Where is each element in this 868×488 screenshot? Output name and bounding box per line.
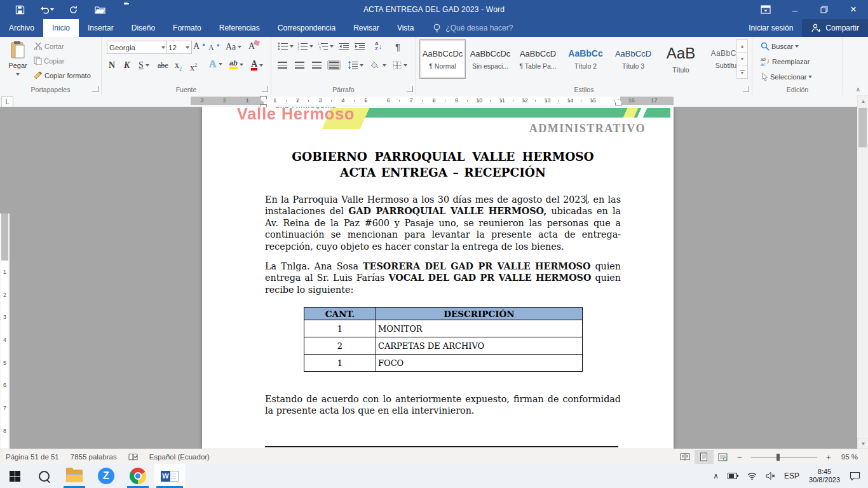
cut-button[interactable]: Cortar (32, 41, 66, 51)
justify-button[interactable] (327, 60, 341, 70)
bold-button[interactable]: N (107, 60, 117, 71)
find-button[interactable]: Buscar (759, 41, 801, 52)
clear-formatting-button[interactable]: A (247, 41, 257, 52)
style-titulo-2[interactable]: AaBbCcTítulo 2 (562, 39, 609, 79)
change-case-button[interactable]: Aa (224, 41, 243, 53)
align-right-button[interactable] (310, 60, 323, 70)
styles-gallery-more[interactable]: ▼ (737, 65, 747, 78)
taskbar-word-active[interactable]: W (154, 464, 186, 488)
style-table-paragraph[interactable]: AaBbCcD¶ Table Pa... (515, 39, 561, 79)
replace-button[interactable]: abac Reemplazar (759, 56, 811, 67)
select-button[interactable]: Seleccionar (759, 71, 814, 83)
show-marks-button[interactable]: ¶ (393, 40, 402, 53)
input-language-indicator[interactable]: ESP (780, 471, 804, 480)
document-page[interactable]: GAD PARROQUIAL Valle Hermoso ADMINISTRAT… (202, 107, 674, 449)
tell-me-box[interactable]: ¿Qué desea hacer? (433, 19, 513, 37)
battery-icon[interactable] (723, 473, 743, 479)
shading-button[interactable] (368, 60, 388, 71)
subscript-button[interactable]: x2 (173, 60, 184, 75)
tray-show-hidden-icons[interactable]: ∧ (709, 471, 723, 480)
styles-dialog-launcher[interactable] (743, 86, 749, 92)
paragraph-dialog-launcher[interactable] (407, 86, 413, 92)
paste-button[interactable]: Pegar (4, 39, 32, 79)
action-center-button[interactable] (845, 471, 868, 480)
highlight-button[interactable]: ab (227, 58, 245, 71)
taskbar-chrome[interactable] (122, 464, 154, 488)
scroll-up-arrow[interactable]: ▲ (857, 95, 868, 107)
font-size-combo[interactable]: 12 (166, 41, 192, 54)
start-button[interactable] (0, 464, 29, 488)
clock[interactable]: 8:45 30/8/2023 (804, 468, 845, 484)
word-count[interactable]: 7855 palabras (65, 449, 123, 464)
tab-vista[interactable]: Vista (388, 19, 423, 37)
tab-insertar[interactable]: Insertar (79, 19, 123, 37)
clipboard-dialog-launcher[interactable] (92, 86, 98, 92)
proofing-status[interactable] (123, 449, 144, 464)
text-effects-button[interactable]: A (207, 58, 224, 70)
tab-stop-selector[interactable]: L (1, 96, 13, 107)
zoom-slider[interactable] (751, 457, 817, 458)
zoom-in-button[interactable]: + (822, 450, 836, 464)
tab-revisar[interactable]: Revisar (344, 19, 388, 37)
font-name-combo[interactable]: Georgia (107, 41, 168, 54)
grow-font-button[interactable]: A▲ (191, 41, 208, 52)
read-mode-button[interactable] (675, 450, 695, 464)
bullets-button[interactable] (276, 41, 295, 51)
scrollbar-thumb[interactable] (858, 108, 867, 147)
tab-diseno[interactable]: Diseño (123, 19, 164, 37)
format-painter-button[interactable]: Copiar formato (32, 70, 93, 81)
strikethrough-button[interactable]: abc (156, 60, 170, 71)
numbering-button[interactable]: 123 (295, 41, 315, 51)
undo-button[interactable] (33, 0, 60, 19)
align-left-button[interactable] (276, 60, 289, 70)
align-center-button[interactable] (293, 60, 306, 70)
taskbar-zoom-app[interactable]: Z (90, 464, 122, 488)
zoom-out-button[interactable]: − (733, 450, 747, 464)
tab-correspondencia[interactable]: Correspondencia (269, 19, 344, 37)
style-sin-espaciado[interactable]: AaBbCcDcSin espaci... (467, 39, 513, 79)
italic-button[interactable]: K (122, 60, 132, 71)
minimize-button[interactable]: – (780, 0, 810, 19)
style-titulo[interactable]: AaBTítulo (658, 39, 704, 79)
customize-qat-button[interactable] (113, 0, 140, 19)
paste-dropdown-arrow[interactable] (16, 73, 20, 78)
taskbar-search-button[interactable] (29, 464, 58, 488)
open-button[interactable] (86, 0, 113, 19)
borders-button[interactable] (391, 60, 409, 71)
restore-button[interactable] (810, 0, 839, 19)
ribbon-display-options-button[interactable] (751, 0, 780, 19)
share-button[interactable]: Compartir (802, 19, 868, 37)
tab-referencias[interactable]: Referencias (210, 19, 269, 37)
tab-archivo[interactable]: Archivo (0, 19, 43, 37)
styles-scroll-up[interactable]: ▲ (737, 40, 747, 52)
language-indicator[interactable]: Español (Ecuador) (144, 449, 215, 464)
web-layout-button[interactable] (714, 450, 733, 464)
close-button[interactable]: × (839, 0, 868, 19)
style-titulo-3[interactable]: AaBbCcDTítulo 3 (610, 39, 656, 79)
repeat-button[interactable] (60, 0, 86, 19)
volume-muted-icon[interactable] (761, 472, 780, 480)
tab-formato[interactable]: Formato (164, 19, 210, 37)
taskbar-file-explorer[interactable] (58, 464, 90, 488)
tab-inicio[interactable]: Inicio (43, 19, 79, 37)
styles-scroll-down[interactable]: ▼ (737, 52, 747, 65)
collapse-ribbon-button[interactable]: ∧ (856, 86, 860, 93)
sign-in-button[interactable]: Iniciar sesión (740, 19, 802, 37)
line-spacing-button[interactable] (346, 60, 365, 71)
superscript-button[interactable]: x2 (188, 60, 199, 74)
page-indicator[interactable]: Página 51 de 51 (0, 449, 65, 464)
decrease-indent-button[interactable] (337, 41, 351, 51)
zoom-slider-thumb[interactable] (776, 454, 780, 461)
copy-button[interactable]: Copiar (32, 55, 66, 66)
undo-dropdown-arrow[interactable] (50, 8, 54, 13)
underline-button[interactable]: S (137, 60, 151, 71)
vertical-scrollbar[interactable]: ▲ ▼ (857, 95, 868, 449)
increase-indent-button[interactable] (353, 41, 367, 51)
print-layout-button[interactable] (695, 450, 714, 464)
zoom-level[interactable]: 95 % (836, 449, 865, 464)
style-normal[interactable]: AaBbCcDc¶ Normal (419, 39, 466, 79)
shrink-font-button[interactable]: A▼ (207, 42, 222, 53)
save-button[interactable] (6, 0, 33, 19)
multilevel-list-button[interactable]: 1ai (316, 41, 336, 51)
wifi-icon[interactable] (743, 472, 761, 480)
